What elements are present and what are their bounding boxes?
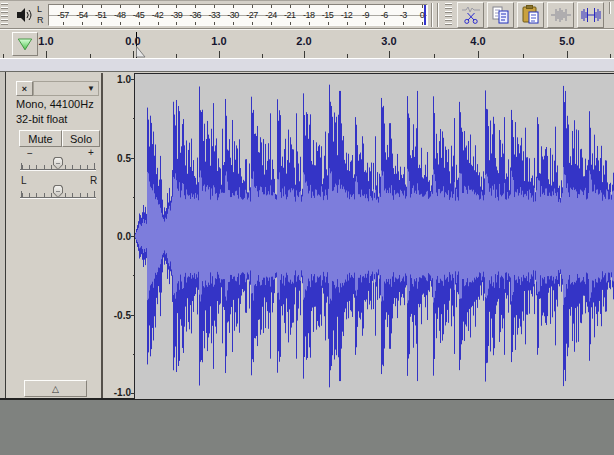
timeline-major-tick (389, 51, 390, 58)
trim-outside-selection-button[interactable] (547, 2, 574, 28)
meter-tick (309, 5, 310, 8)
meter-scale-label: -27 (246, 10, 258, 20)
green-triangle-icon (15, 34, 35, 54)
toolbar-separator (437, 3, 439, 27)
meter-edit-toolbar: L R -57-54-51-48-45-42-39-36-33-30-27-24… (0, 0, 614, 29)
timeline-label: 0.0 (125, 35, 140, 48)
timeline-major-tick (304, 51, 305, 58)
meter-tick (139, 22, 140, 25)
meter-right-label: R (37, 15, 47, 25)
meter-scale-label: -42 (152, 10, 164, 20)
meter-scale-label: -6 (381, 10, 388, 20)
meter-scale-label: -12 (341, 10, 353, 20)
gain-slider[interactable] (20, 157, 96, 172)
edit-toolbar-grip[interactable] (445, 3, 452, 26)
meter-scale-label: -39 (171, 10, 183, 20)
vertical-ruler-label: 0.5 (103, 152, 131, 163)
meter-tick (290, 5, 291, 8)
collapse-track-button[interactable]: △ (24, 380, 87, 397)
audacity-window: L R -57-54-51-48-45-42-39-36-33-30-27-24… (0, 0, 614, 455)
track-control-panel[interactable]: × ▼ Mono, 44100Hz 32-bit float Mute Solo… (6, 73, 101, 398)
meter-tick (63, 5, 64, 8)
toolbar-grip[interactable] (1, 3, 8, 27)
meter-tick (347, 5, 348, 8)
meter-tick (384, 22, 385, 25)
gain-slider-thumb[interactable] (53, 157, 63, 170)
meter-tick (328, 22, 329, 25)
meter-scale-label: -24 (265, 10, 277, 20)
meter-scale-label: -51 (95, 10, 107, 20)
vertical-ruler[interactable]: 1.00.50.0-0.5-1.0 (103, 73, 134, 398)
meter-scale-label: -30 (227, 10, 239, 20)
timeline-label: 4.0 (470, 35, 485, 48)
vertical-ruler-label: 1.0 (103, 74, 131, 85)
meter-tick (139, 5, 140, 8)
meter-tick (214, 22, 215, 25)
timeline-major-tick (219, 51, 220, 58)
meter-tick (252, 22, 253, 25)
track-title-dropdown[interactable]: ▼ (33, 81, 99, 96)
meter-tick (384, 5, 385, 8)
gain-thumb-face (54, 158, 62, 169)
meter-left-label: L (37, 4, 47, 14)
meter-tick (233, 5, 234, 8)
meter-tick (365, 5, 366, 8)
meter-tick (63, 22, 64, 25)
copy-icon (490, 4, 512, 26)
mute-button[interactable]: Mute (19, 130, 62, 147)
track-bitdepth-info: 32-bit float (16, 113, 67, 126)
meter-tick (252, 5, 253, 8)
meter-scale-label: -3 (400, 10, 407, 20)
track-close-button[interactable]: × (16, 81, 33, 96)
meter-scale-label: -48 (114, 10, 126, 20)
solo-button[interactable]: Solo (62, 130, 100, 147)
track-area-top-strip (0, 58, 614, 71)
timeline-options-button[interactable] (12, 32, 38, 56)
meter-tick (176, 5, 177, 8)
meter-tick (158, 22, 159, 25)
pan-slider-thumb[interactable] (53, 185, 63, 198)
speaker-icon (16, 7, 32, 23)
meter-tick (290, 22, 291, 25)
meter-tick (82, 5, 83, 8)
meter-tick (422, 22, 423, 25)
toolbar-separator (609, 2, 611, 14)
timeline-label: 1.0 (38, 35, 53, 48)
pan-slider[interactable] (20, 185, 96, 200)
meter-scale-label: -9 (362, 10, 369, 20)
meter-tick (365, 22, 366, 25)
meter-tick (271, 22, 272, 25)
paste-button[interactable] (517, 2, 544, 28)
timeline-major-tick (46, 51, 47, 58)
paste-icon (520, 4, 542, 26)
meter-scale-label: -45 (133, 10, 145, 20)
meter-tick (271, 5, 272, 8)
meter-scale-label: -33 (208, 10, 220, 20)
meter-scale-label: -36 (190, 10, 202, 20)
timeline-label: 3.0 (381, 35, 396, 48)
track-format-info: Mono, 44100Hz (16, 98, 94, 111)
playback-meter[interactable]: -57-54-51-48-45-42-39-36-33-30-27-24-21-… (48, 4, 428, 26)
meter-tick (403, 5, 404, 8)
vertical-ruler-label: -0.5 (103, 309, 131, 320)
meter-tick (233, 22, 234, 25)
meter-tick (120, 22, 121, 25)
meter-tick (403, 22, 404, 25)
silence-selection-button[interactable] (577, 2, 604, 28)
meter-scale-label: -54 (76, 10, 88, 20)
timeline-ruler[interactable]: 1.00.01.02.03.04.05.0 (0, 29, 614, 58)
cut-button[interactable] (457, 2, 484, 28)
pan-thumb-face (54, 186, 62, 197)
meter-tick (82, 22, 83, 25)
copy-button[interactable] (487, 2, 514, 28)
meter-tick (195, 5, 196, 8)
timeline-label: 5.0 (559, 35, 574, 48)
dropdown-arrow-icon: ▼ (87, 84, 95, 94)
vertical-ruler-label: 0.0 (103, 231, 131, 242)
meter-tick (328, 5, 329, 8)
waveform[interactable] (135, 74, 614, 399)
meter-scale-label: 0 (420, 10, 425, 20)
meter-tick (422, 5, 423, 8)
timeline-label: 1.0 (211, 35, 226, 48)
meter-tick (120, 5, 121, 8)
